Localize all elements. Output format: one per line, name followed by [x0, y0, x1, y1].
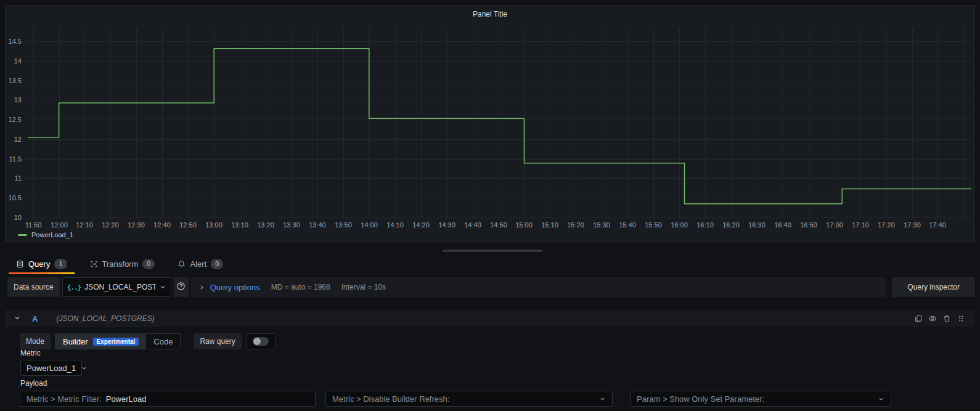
query-options-label: Query options — [210, 283, 260, 292]
legend-series-color-dash — [18, 234, 27, 236]
mode-option-label: Code — [153, 337, 173, 346]
x-axis-tick-label: 15:20 — [567, 221, 584, 229]
tab-count-badge: 0 — [142, 259, 155, 269]
chevron-down-icon — [878, 396, 884, 402]
x-axis-tick-label: 12:40 — [153, 221, 171, 229]
x-axis-tick-label: 16:40 — [774, 221, 791, 229]
tab-label: Transform — [102, 259, 139, 269]
mode-label: Mode — [20, 333, 51, 349]
tab-alert[interactable]: Alert0 — [170, 254, 231, 274]
metric-select-value: PowerLoad_1 — [27, 364, 76, 373]
y-axis-tick-label: 13.5 — [9, 77, 22, 84]
y-axis-tick-label: 11 — [15, 174, 22, 182]
tab-query[interactable]: Query1 — [9, 254, 75, 274]
y-axis-tick-label: 12.5 — [9, 116, 22, 123]
y-axis-tick-label: 10 — [14, 214, 22, 221]
legend-item-powerload-1[interactable]: PowerLoad_1 — [18, 231, 73, 238]
payload-label: Payload — [20, 379, 47, 388]
metric-label: Metric — [20, 349, 41, 357]
collapse-query-button[interactable] — [14, 313, 21, 324]
query-header-icons — [914, 314, 965, 323]
datasource-label: Data source — [7, 277, 60, 297]
x-axis-tick-label: 15:30 — [593, 221, 610, 229]
payload-field-2[interactable]: Metric > Disable Builder Refresh: — [325, 391, 613, 407]
editor-tabs: Query1Transform0Alert0 — [0, 254, 980, 274]
interval-summary: Interval = 10s — [341, 283, 386, 291]
x-axis-tick-label: 14:20 — [412, 221, 430, 229]
chevron-down-icon — [81, 365, 88, 372]
x-axis-tick-label: 12:10 — [76, 221, 93, 229]
x-axis-tick-label: 13:30 — [283, 221, 300, 229]
x-axis-tick-label: 16:00 — [671, 221, 688, 229]
x-axis-tick-label: 14:00 — [361, 221, 378, 229]
x-axis-tick-label: 11:50 — [25, 221, 42, 229]
experimental-badge: Experimental — [93, 338, 139, 346]
query-row-header[interactable]: A (JSON_LOCAL_POSTGRES) — [5, 310, 975, 327]
pane-resize-handle[interactable] — [443, 250, 542, 252]
bell-icon — [178, 260, 186, 268]
tab-count-badge: 0 — [211, 259, 223, 269]
x-axis-tick-label: 16:30 — [748, 221, 766, 229]
x-axis-tick-label: 15:00 — [515, 221, 533, 229]
x-axis-tick-label: 15:10 — [541, 221, 558, 229]
x-axis-tick-label: 17:40 — [929, 221, 946, 229]
x-axis-tick-label: 17:00 — [826, 221, 843, 229]
chevron-down-icon — [159, 283, 166, 291]
payload-field-3[interactable]: Param > Show Only Set Parameter: — [630, 391, 891, 407]
query-ref-id[interactable]: A — [32, 314, 38, 324]
x-axis-tick-label: 13:00 — [205, 221, 223, 229]
x-axis-tick-label: 17:30 — [904, 221, 921, 229]
json-braces-icon: {..} — [67, 283, 81, 291]
x-axis-tick-label: 17:20 — [878, 221, 895, 229]
datasource-help-button[interactable] — [174, 277, 189, 297]
mode-radio-group: BuilderExperimentalCode — [55, 333, 181, 349]
payload-field-prefix: Metric > Disable Builder Refresh: — [332, 394, 449, 404]
metric-select[interactable]: PowerLoad_1 — [20, 360, 82, 376]
chevron-right-icon — [198, 284, 205, 291]
query-datasource-hint: (JSON_LOCAL_POSTGRES) — [56, 314, 154, 323]
tab-label: Alert — [190, 259, 206, 269]
raw-query-toggle[interactable] — [246, 333, 276, 349]
y-axis-tick-label: 14 — [14, 57, 22, 65]
legend-label: PowerLoad_1 — [31, 231, 73, 238]
mode-option-code[interactable]: Code — [146, 334, 180, 349]
y-axis-tick-label: 13 — [14, 96, 22, 104]
trash-icon[interactable] — [942, 314, 951, 323]
datasource-name: JSON_LOCAL_POSTGRES — [84, 283, 155, 291]
x-axis-tick-label: 13:10 — [231, 221, 248, 229]
timeseries-chart[interactable]: 11:5012:0012:1012:2012:3012:4012:5013:00… — [6, 6, 976, 242]
mode-option-builder[interactable]: BuilderExperimental — [55, 334, 146, 349]
duplicate-icon[interactable] — [914, 314, 923, 323]
payload-field-prefix: Metric > Metric Filter: — [27, 394, 102, 404]
query-inspector-button[interactable]: Query inspector — [892, 277, 975, 297]
payload-field-1[interactable]: Metric > Metric Filter:PowerLoad — [20, 391, 316, 407]
x-axis-tick-label: 16:20 — [722, 221, 740, 229]
raw-query-label: Raw query — [194, 333, 241, 349]
x-axis-tick-label: 14:50 — [490, 221, 507, 229]
eye-icon[interactable] — [928, 314, 937, 323]
drag-handle-icon[interactable] — [957, 314, 965, 323]
toggle-track — [253, 337, 269, 346]
y-axis-labels: 1010.51111.51212.51313.51414.5 — [9, 38, 22, 221]
x-axis-tick-label: 12:00 — [51, 221, 68, 229]
x-axis-tick-label: 16:50 — [800, 221, 817, 229]
chevron-down-icon — [599, 396, 606, 402]
x-axis-tick-label: 17:10 — [852, 221, 869, 229]
datasource-picker[interactable]: {..} JSON_LOCAL_POSTGRES — [62, 277, 171, 297]
panel-preview: Panel Title 11:5012:0012:1012:2012:3012:… — [5, 5, 975, 242]
mode-option-label: Builder — [63, 337, 88, 346]
x-axis-tick-label: 14:40 — [464, 221, 481, 229]
x-axis-tick-label: 14:30 — [438, 221, 455, 229]
tab-label: Query — [28, 259, 50, 269]
x-axis-tick-label: 16:10 — [696, 221, 714, 229]
y-axis-tick-label: 12 — [14, 136, 22, 143]
chevron-down-icon — [14, 313, 21, 324]
y-axis-tick-label: 10.5 — [9, 194, 22, 201]
tab-transform[interactable]: Transform0 — [83, 254, 163, 274]
tab-count-badge: 1 — [54, 259, 67, 269]
chart-grid — [25, 28, 971, 218]
database-icon — [16, 260, 24, 268]
x-axis-tick-label: 14:10 — [386, 221, 404, 229]
query-options-toggle[interactable]: Query options MD = auto = 1968 Interval … — [191, 277, 887, 297]
y-axis-tick-label: 14.5 — [9, 38, 22, 45]
